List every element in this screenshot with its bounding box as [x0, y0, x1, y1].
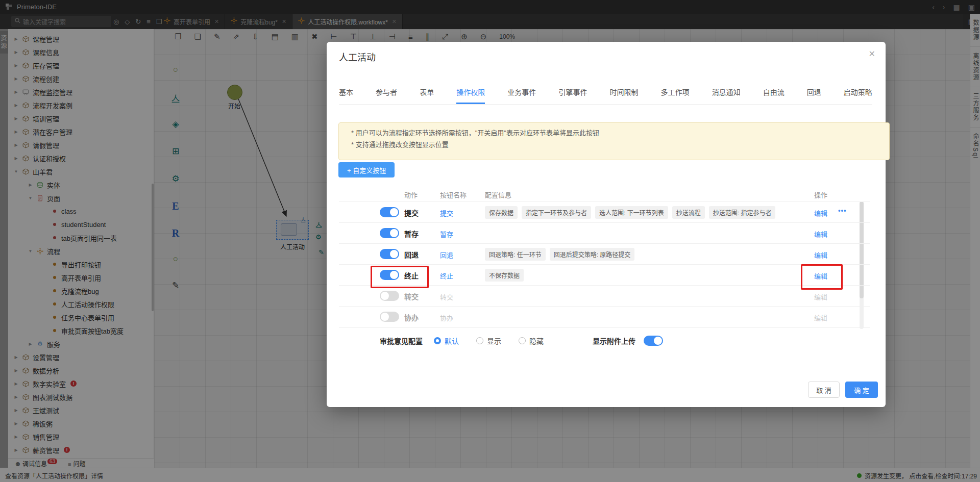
action-label: 协办 [404, 312, 419, 322]
config-tags: 回退策略: 任一环节回退后提交策略: 原路径提交 [485, 248, 634, 261]
notice-box: * 用户可以为流程指定环节选择所需按钮，"开关启用"表示对应环节表单将显示此按钮… [338, 122, 890, 160]
cancel-button[interactable]: 取 消 [808, 382, 840, 398]
enable-toggle[interactable] [380, 249, 399, 259]
dialog-tab[interactable]: 基本 [339, 87, 353, 104]
enable-toggle[interactable] [380, 228, 399, 238]
config-tags: 保存数据指定下一环节及参与者选人范围: 下一环节列表抄送流程抄送范围: 指定参与… [485, 206, 775, 219]
dialog-title: 人工活动 [339, 50, 376, 63]
enable-toggle[interactable] [380, 207, 399, 217]
app-root: Primeton-IDE ‹›▦▣ 输入关键字搜索 ◎◇↻≡❒ 高开表单引用✕克… [0, 0, 980, 482]
table-row: 协办协办编辑 [339, 306, 870, 328]
config-tag: 回退策略: 任一环节 [485, 248, 546, 261]
close-icon[interactable]: ✕ [869, 49, 875, 59]
opinion-radio[interactable]: 默认 [434, 336, 459, 346]
action-label: 转交 [404, 291, 419, 301]
attachment-upload-toggle[interactable] [644, 336, 663, 346]
radio-dot-icon [434, 337, 441, 344]
dialog-tab[interactable]: 自由流 [763, 87, 785, 104]
annotation-box-terminate-edit [801, 264, 843, 290]
button-name-link[interactable]: 终止 [440, 271, 453, 281]
dialog-tab[interactable]: 业务事件 [507, 87, 536, 104]
enable-toggle[interactable] [380, 291, 399, 301]
config-tag: 抄送流程 [672, 206, 705, 219]
dialog-tabs: 基本参与者表单操作权限业务事件引擎事件时间限制多工作项消息通知自由流回退启动策略 [339, 87, 872, 105]
enable-toggle[interactable] [380, 312, 399, 322]
table-header: 按钮名称 [440, 190, 467, 199]
action-label: 提交 [404, 208, 419, 218]
radio-label: 默认 [445, 336, 459, 346]
dialog-tab[interactable]: 启动策略 [844, 87, 872, 104]
config-tag: 抄送范围: 指定参与者 [709, 206, 776, 219]
config-tag: 指定下一环节及参与者 [522, 206, 591, 219]
radio-dot-icon [519, 337, 526, 344]
notice-line-1: * 用户可以为流程指定环节选择所需按钮，"开关启用"表示对应环节表单将显示此按钮 [351, 127, 877, 139]
dialog-tab[interactable]: 参与者 [376, 87, 397, 104]
config-tags: 不保存数据 [485, 269, 524, 282]
dialog-tab[interactable]: 多工作项 [661, 87, 690, 104]
dialog-tab[interactable]: 表单 [420, 87, 434, 104]
action-label: 回退 [404, 249, 419, 260]
edit-link[interactable]: 编辑 [814, 250, 827, 260]
activity-settings-dialog: 人工活动 ✕ 基本参与者表单操作权限业务事件引擎事件时间限制多工作项消息通知自由… [327, 42, 886, 407]
radio-dot-icon [476, 337, 483, 344]
table-row: 提交提交保存数据指定下一环节及参与者选人范围: 下一环节列表抄送流程抄送范围: … [339, 201, 870, 223]
dialog-tab[interactable]: 回退 [807, 87, 821, 104]
dialog-tab[interactable]: 操作权限 [456, 87, 485, 104]
config-tag: 回退后提交策略: 原路径提交 [550, 248, 635, 261]
table-header: 动作 [404, 190, 418, 199]
config-tag: 不保存数据 [485, 269, 524, 282]
table-row: 暂存暂存编辑 [339, 222, 870, 244]
annotation-box-terminate-toggle [371, 266, 429, 288]
dialog-tab[interactable]: 消息通知 [712, 87, 741, 104]
dialog-tab[interactable]: 时间限制 [609, 87, 638, 104]
button-name-link[interactable]: 提交 [440, 208, 453, 218]
opinion-config-row: 审批意见配置 默认显示隐藏 显示附件上传 [380, 336, 663, 346]
table-header: 配置信息 [485, 190, 511, 199]
edit-link[interactable]: 编辑 [814, 208, 827, 218]
opinion-radio-group: 默认显示隐藏 [434, 336, 544, 346]
button-name-link[interactable]: 回退 [440, 250, 453, 260]
button-name-link[interactable]: 协办 [440, 313, 453, 322]
config-tag: 选人范围: 下一环节列表 [595, 206, 668, 219]
button-name-link[interactable]: 转交 [440, 292, 453, 301]
edit-link[interactable]: 编辑 [814, 313, 827, 322]
ok-button[interactable]: 确 定 [845, 382, 878, 398]
more-actions-icon[interactable]: ••• [838, 207, 847, 214]
button-name-link[interactable]: 暂存 [440, 229, 453, 239]
opinion-config-label: 审批意见配置 [380, 336, 423, 346]
config-tag: 保存数据 [485, 206, 518, 219]
radio-label: 显示 [487, 336, 501, 346]
table-row: 转交转交编辑 [339, 285, 870, 307]
table-header: 操作 [814, 190, 827, 199]
radio-label: 隐藏 [529, 336, 544, 346]
notice-line-2: * 支持通过拖拽改变按钮显示位置 [351, 139, 877, 150]
dialog-tab[interactable]: 引擎事件 [558, 87, 587, 104]
opinion-radio[interactable]: 隐藏 [519, 336, 544, 346]
opinion-radio[interactable]: 显示 [476, 336, 501, 346]
table-row: 回退回退回退策略: 任一环节回退后提交策略: 原路径提交编辑 [339, 243, 870, 265]
action-label: 暂存 [404, 229, 419, 239]
edit-link[interactable]: 编辑 [814, 292, 827, 301]
attachment-upload-label: 显示附件上传 [593, 336, 635, 346]
add-custom-button[interactable]: + 自定义按钮 [338, 162, 395, 177]
edit-link[interactable]: 编辑 [814, 229, 827, 239]
